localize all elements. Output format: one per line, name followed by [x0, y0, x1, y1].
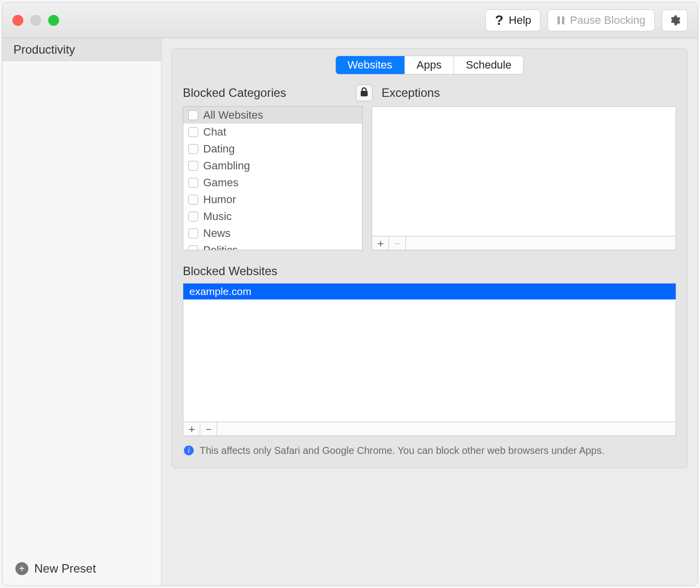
- exceptions-column: ＋ －: [372, 106, 676, 250]
- category-checkbox[interactable]: [188, 245, 198, 250]
- category-label: All Websites: [203, 109, 263, 122]
- info-note-text: This affects only Safari and Google Chro…: [200, 444, 605, 457]
- minimize-window-button[interactable]: [30, 15, 41, 26]
- pause-icon: [557, 16, 565, 25]
- close-window-button[interactable]: [12, 15, 23, 26]
- sidebar-preset-item[interactable]: Productivity: [2, 38, 161, 61]
- category-item[interactable]: Gambling: [183, 157, 362, 174]
- category-checkbox[interactable]: [188, 144, 198, 154]
- body: Productivity + New Preset Websites Apps …: [2, 38, 698, 586]
- tab-schedule[interactable]: Schedule: [454, 56, 524, 74]
- exceptions-add-button[interactable]: ＋: [372, 236, 389, 250]
- lock-icon: [360, 86, 369, 100]
- category-label: News: [203, 227, 231, 240]
- category-label: Humor: [203, 193, 236, 206]
- exceptions-remove-button[interactable]: －: [389, 236, 406, 250]
- info-icon: i: [184, 445, 194, 455]
- category-label: Chat: [203, 126, 226, 139]
- svg-rect-2: [562, 16, 564, 24]
- app-window: ? Help Pause Blocking Productivity + New…: [2, 2, 698, 586]
- category-item[interactable]: Chat: [183, 124, 362, 141]
- blocked-categories-label: Blocked Categories: [183, 86, 352, 100]
- category-checkbox[interactable]: [188, 228, 198, 238]
- category-item[interactable]: Humor: [183, 191, 362, 208]
- category-item[interactable]: Music: [183, 208, 362, 225]
- new-preset-label: New Preset: [34, 562, 96, 576]
- blocked-site-row[interactable]: example.com: [183, 284, 676, 299]
- category-item[interactable]: Games: [183, 174, 362, 191]
- websites-add-button[interactable]: ＋: [183, 422, 200, 436]
- lock-button[interactable]: [356, 84, 373, 101]
- gear-icon: [669, 14, 681, 26]
- category-item[interactable]: News: [183, 225, 362, 242]
- question-icon: ?: [495, 14, 504, 26]
- category-item[interactable]: Politics: [183, 242, 362, 250]
- category-checkbox[interactable]: [188, 178, 198, 188]
- content-panel: Websites Apps Schedule Blocked Categorie…: [171, 48, 688, 468]
- tab-apps[interactable]: Apps: [405, 56, 454, 74]
- plus-circle-icon: +: [15, 562, 28, 575]
- titlebar: ? Help Pause Blocking: [2, 2, 698, 38]
- blocked-websites-list[interactable]: example.com: [183, 283, 676, 422]
- traffic-lights: [12, 15, 59, 26]
- category-checkbox[interactable]: [188, 110, 198, 120]
- preset-list: Productivity: [2, 38, 161, 61]
- tab-websites[interactable]: Websites: [336, 56, 405, 74]
- zoom-window-button[interactable]: [48, 15, 59, 26]
- columns: All WebsitesChatDatingGamblingGamesHumor…: [183, 106, 676, 250]
- blocked-websites-toolbar: ＋ －: [183, 422, 676, 436]
- blocked-websites-label: Blocked Websites: [183, 264, 676, 278]
- segmented-tabs: Websites Apps Schedule: [335, 56, 524, 74]
- tab-schedule-label: Schedule: [466, 59, 512, 72]
- help-button[interactable]: ? Help: [485, 9, 541, 31]
- exceptions-toolbar: ＋ －: [372, 236, 676, 250]
- categories-list: All WebsitesChatDatingGamblingGamesHumor…: [183, 106, 363, 250]
- category-label: Gambling: [203, 159, 250, 172]
- exceptions-label: Exceptions: [377, 86, 676, 100]
- category-checkbox[interactable]: [188, 127, 198, 137]
- sidebar: Productivity + New Preset: [2, 38, 161, 586]
- websites-remove-button[interactable]: －: [200, 422, 217, 436]
- category-label: Politics: [203, 244, 238, 250]
- category-label: Games: [203, 176, 238, 189]
- category-checkbox[interactable]: [188, 161, 198, 171]
- main-content: Websites Apps Schedule Blocked Categorie…: [161, 38, 698, 586]
- category-label: Music: [203, 210, 232, 223]
- tab-apps-label: Apps: [417, 59, 442, 72]
- segmented-tabs-wrap: Websites Apps Schedule: [183, 56, 676, 74]
- categories-scroll[interactable]: All WebsitesChatDatingGamblingGamesHumor…: [183, 107, 362, 250]
- pause-button-label: Pause Blocking: [570, 14, 645, 27]
- category-checkbox[interactable]: [188, 195, 198, 205]
- svg-text:?: ?: [495, 14, 504, 26]
- help-button-label: Help: [509, 14, 531, 27]
- svg-rect-3: [361, 91, 368, 96]
- pause-blocking-button[interactable]: Pause Blocking: [547, 9, 655, 31]
- tab-websites-label: Websites: [348, 59, 392, 72]
- category-label: Dating: [203, 143, 235, 155]
- exceptions-list[interactable]: [372, 106, 676, 236]
- new-preset-button[interactable]: + New Preset: [2, 552, 161, 586]
- category-item[interactable]: All Websites: [183, 107, 362, 124]
- section-labels-row: Blocked Categories Exceptions: [183, 84, 676, 101]
- settings-button[interactable]: [662, 9, 688, 31]
- svg-rect-1: [557, 16, 560, 24]
- category-item[interactable]: Dating: [183, 141, 362, 157]
- info-note: i This affects only Safari and Google Ch…: [183, 444, 676, 457]
- category-checkbox[interactable]: [188, 212, 198, 221]
